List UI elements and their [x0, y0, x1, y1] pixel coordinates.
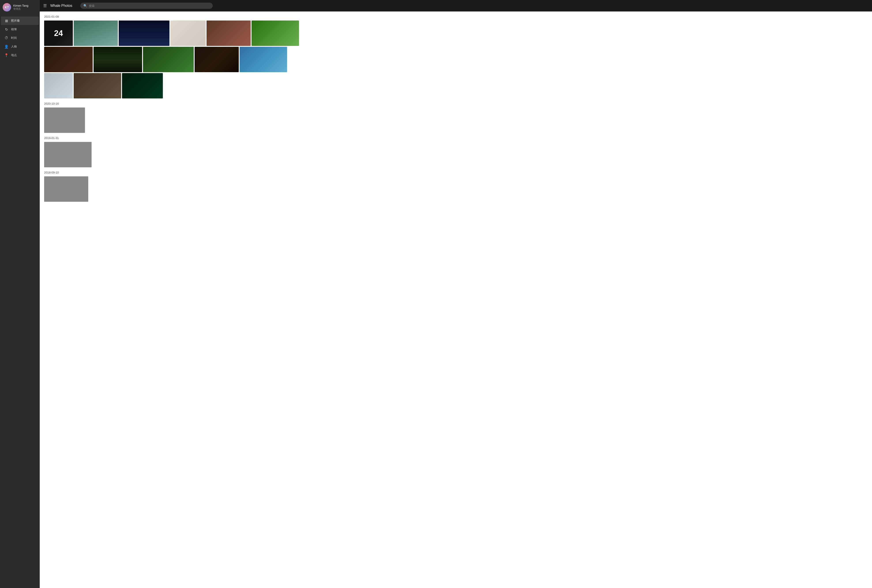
username: Kimen Tang: [13, 4, 28, 7]
sidebar-item-photos[interactable]: ⊞照片墙: [1, 16, 39, 25]
search-bar[interactable]: 🔍: [80, 3, 213, 9]
photo-row: [44, 47, 868, 72]
date-label: 2019-01-31: [44, 136, 868, 140]
sidebar-nav: ⊞照片墙↻相簿⏱时间👤人物📍地点: [0, 15, 40, 588]
photo-thumb[interactable]: [143, 47, 194, 72]
photo-row: [44, 73, 868, 99]
sidebar-item-places[interactable]: 📍地点: [1, 51, 39, 59]
sidebar-item-time[interactable]: ⏱时间: [1, 34, 39, 42]
date-label: 2018-09-10: [44, 171, 868, 174]
sidebar-label-places: 地点: [11, 53, 17, 57]
sidebar-item-people[interactable]: 👤人物: [1, 42, 39, 51]
photo-row: [44, 108, 868, 133]
places-icon: 📍: [4, 53, 8, 57]
sidebar-label-albums: 相簿: [11, 27, 17, 32]
photo-thumb[interactable]: [44, 142, 91, 167]
sidebar-label-time: 时间: [11, 36, 17, 40]
content-area: 2021-01-09242020-10-162019-01-312018-09-…: [40, 12, 872, 588]
sidebar-label-people: 人物: [11, 45, 17, 48]
header: ☰ Whale Photos 🔍: [40, 0, 872, 12]
photo-thumb[interactable]: [252, 21, 299, 46]
photo-thumb[interactable]: [94, 47, 142, 72]
date-section-2018-09-10: 2018-09-10: [44, 171, 868, 202]
photo-thumb[interactable]: [74, 21, 118, 46]
search-input[interactable]: [89, 4, 210, 8]
main-area: ☰ Whale Photos 🔍 2021-01-09242020-10-162…: [40, 0, 872, 588]
photo-thumb[interactable]: [195, 47, 239, 72]
people-icon: 👤: [4, 45, 8, 48]
photo-thumb[interactable]: [74, 73, 121, 99]
photo-thumb[interactable]: [170, 21, 206, 46]
sidebar-label-photos: 照片墙: [11, 19, 19, 23]
photo-thumb[interactable]: [44, 176, 88, 202]
search-icon: 🔍: [83, 4, 87, 8]
date-section-2021-01-09: 2021-01-0924: [44, 15, 868, 99]
menu-icon[interactable]: ☰: [43, 3, 47, 8]
photo-thumb[interactable]: [240, 47, 287, 72]
photo-thumb[interactable]: [44, 73, 73, 99]
date-label: 2020-10-16: [44, 102, 868, 105]
photo-row: 24: [44, 21, 868, 46]
photo-row: [44, 142, 868, 167]
photo-thumb[interactable]: [44, 108, 85, 133]
user-profile[interactable]: KT Kimen Tang 管理员: [0, 0, 40, 15]
photo-thumb[interactable]: [122, 73, 163, 99]
photo-thumb[interactable]: [119, 21, 169, 46]
user-info: Kimen Tang 管理员: [13, 4, 28, 10]
sidebar: KT Kimen Tang 管理员 ⊞照片墙↻相簿⏱时间👤人物📍地点: [0, 0, 40, 588]
date-label: 2021-01-09: [44, 15, 868, 18]
photo-thumb[interactable]: [44, 47, 93, 72]
date-section-2019-01-31: 2019-01-31: [44, 136, 868, 167]
photo-row: [44, 176, 868, 202]
date-section-2020-10-16: 2020-10-16: [44, 102, 868, 133]
avatar: KT: [3, 3, 11, 12]
page-title: Whale Photos: [50, 4, 72, 8]
photo-thumb[interactable]: 24: [44, 21, 73, 46]
sidebar-item-albums[interactable]: ↻相簿: [1, 25, 39, 33]
albums-icon: ↻: [4, 27, 8, 32]
photos-icon: ⊞: [4, 19, 8, 23]
time-icon: ⏱: [4, 36, 8, 40]
user-role: 管理员: [13, 7, 28, 10]
photo-thumb[interactable]: [207, 21, 251, 46]
